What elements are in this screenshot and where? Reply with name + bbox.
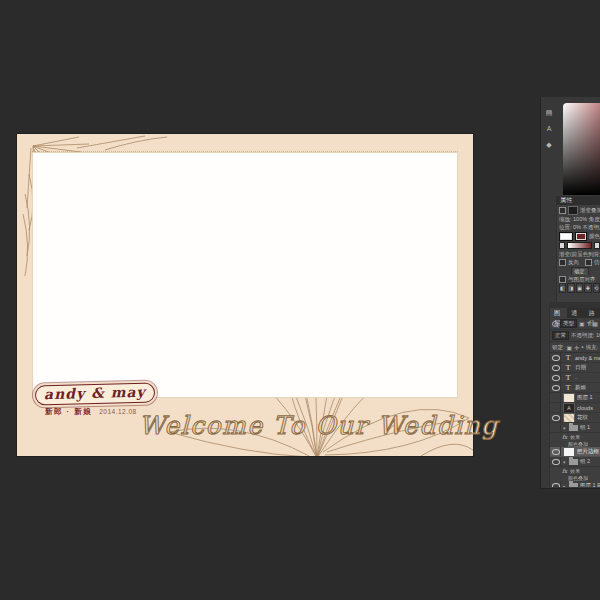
eye-icon — [552, 385, 560, 391]
couple-badge: andy & may — [35, 382, 155, 405]
fill-label[interactable]: 填充: 100% — [585, 344, 600, 351]
align-checkbox[interactable] — [559, 276, 566, 283]
properties-panel: 属性 渐变叠加 缩放: 100% 角度: 90° 位置: 0% 不透明度 颜色 … — [556, 196, 600, 302]
layer-row[interactable]: ▸ 图层 1 副本 — [550, 481, 600, 487]
tab-paths[interactable]: 路径 — [585, 308, 600, 318]
lock-transparent-icon[interactable]: ▣ — [567, 344, 573, 351]
layers-panel-tabs: 图层 通道 路径 — [550, 308, 600, 318]
dither-checkbox[interactable] — [585, 259, 592, 266]
filter-type-dropdown[interactable]: 类型 — [560, 319, 577, 328]
lock-position-icon[interactable]: ✛ — [574, 344, 579, 351]
layer-row[interactable]: ▾ 组 1 — [550, 423, 600, 433]
layer-row[interactable]: T 新娘 — [550, 383, 600, 393]
layer-thumbnail — [563, 393, 575, 403]
layer-name: andy & may — [575, 355, 600, 361]
filter-search-icon — [552, 321, 558, 327]
visibility-toggle[interactable] — [551, 457, 561, 466]
document-canvas[interactable]: andy & may 新郎 · 新娘2014.12.08 Welcome To … — [17, 134, 473, 456]
visibility-toggle[interactable] — [551, 363, 561, 372]
layer-row[interactable]: T · — [550, 373, 600, 383]
lock-label: 锁定: — [552, 344, 565, 351]
brush-panel-icon[interactable]: ◆ — [546, 141, 551, 148]
visibility-toggle[interactable] — [551, 413, 561, 422]
group-folder-icon — [569, 425, 578, 431]
scale-angle-label: 缩放: 100% 角度: 90° — [559, 216, 600, 223]
swatch-label: 颜色 — [589, 233, 600, 240]
layer-row-selected[interactable]: 照片边框 — [550, 447, 600, 457]
layer-name: 日期 — [575, 364, 586, 371]
layer-effect-item-row[interactable]: 颜色叠加 — [550, 440, 600, 447]
gradient-stop-maroon-swatch[interactable] — [575, 232, 587, 241]
eye-icon — [552, 415, 560, 421]
layer-name: 组 1 — [580, 424, 590, 431]
visibility-toggle[interactable] — [551, 423, 561, 432]
photo-placeholder-area[interactable] — [32, 152, 458, 398]
text-layer-icon: T — [563, 354, 573, 362]
visibility-toggle[interactable] — [551, 353, 561, 362]
visibility-toggle[interactable] — [551, 447, 561, 456]
visibility-toggle[interactable] — [551, 393, 561, 402]
gradient-stop-handle-left[interactable] — [559, 242, 565, 249]
expand-arrow-icon[interactable]: ▾ — [563, 459, 567, 465]
wedding-date: 2014.12.08 — [99, 408, 137, 415]
layer-thumbnail: A — [563, 403, 575, 413]
gradient-bar[interactable] — [567, 242, 592, 249]
tab-channels[interactable]: 通道 — [567, 308, 584, 318]
panel-tool-button-5[interactable]: ⟲ — [593, 283, 600, 293]
expand-arrow-icon[interactable]: ▾ — [563, 425, 567, 431]
reverse-checkbox[interactable] — [559, 259, 566, 266]
color-picker-field[interactable] — [563, 103, 600, 195]
gradient-stop-white-swatch[interactable] — [559, 232, 573, 241]
layer-row[interactable]: 花纹 — [550, 413, 600, 423]
layers-panel: 图层 通道 路径 类型 ▣ T ▦ ▤ 正常 不透明度: 100% 锁定: ▣ … — [549, 308, 600, 487]
lock-all-icon[interactable]: ▪ — [581, 344, 583, 350]
layer-row[interactable]: T andy & may — [550, 353, 600, 363]
panel-tool-button-1[interactable]: ◧ — [559, 283, 566, 293]
eye-icon — [552, 459, 560, 465]
layer-effect-item-row[interactable]: 颜色叠加 — [550, 474, 600, 481]
filter-shape-icon[interactable]: ▦ — [592, 320, 598, 327]
layer-row[interactable]: T 日期 — [550, 363, 600, 373]
filter-pixel-icon[interactable]: ▣ — [579, 320, 585, 327]
dither-label: 仿色 — [594, 259, 600, 266]
panel-tool-button-2[interactable]: ◨ — [567, 283, 574, 293]
visibility-toggle[interactable] — [551, 383, 561, 392]
effect-item-label: 颜色叠加 — [568, 475, 588, 481]
overlay-checkbox[interactable] — [559, 207, 566, 214]
layer-name: clouds — [577, 405, 593, 411]
blend-mode-dropdown[interactable]: 正常 — [552, 331, 569, 340]
swatches-panel-icon[interactable]: ▤ — [546, 109, 553, 116]
panel-tool-button-3[interactable]: ▣ — [576, 283, 583, 293]
layer-row[interactable]: 图层 1 — [550, 393, 600, 403]
effects-label: 效果 — [570, 468, 580, 474]
tab-layers[interactable]: 图层 — [550, 308, 567, 318]
opacity-label[interactable]: 不透明度: 100% — [571, 332, 600, 339]
visibility-toggle[interactable] — [551, 403, 561, 412]
headline-text: Welcome To Our Wedding — [139, 411, 499, 440]
expand-arrow-icon[interactable]: ▸ — [563, 483, 567, 488]
text-layer-icon: T — [563, 364, 573, 372]
panel-dock: ▤ A ◆ 属性 渐变叠加 缩放: 100% 角度: 90° 位置: 0% 不透… — [540, 97, 600, 489]
couple-labels: 新郎 · 新娘2014.12.08 — [45, 407, 137, 417]
layer-row[interactable]: A clouds — [550, 403, 600, 413]
character-panel-icon[interactable]: A — [547, 125, 552, 132]
layer-thumbnail — [563, 413, 575, 423]
layer-effects-row[interactable]: fx 效果 — [550, 433, 600, 440]
panel-tool-button-4[interactable]: ✚ — [584, 283, 591, 293]
effects-label: 效果 — [570, 434, 580, 440]
layer-effects-row[interactable]: fx 效果 — [550, 467, 600, 474]
layer-row[interactable]: ▾ 组 2 — [550, 457, 600, 467]
collapsed-panel-strip: ▤ A ◆ — [542, 109, 556, 148]
position-label: 位置: 0% 不透明度 — [559, 224, 600, 231]
gradient-stop-handle-right[interactable] — [594, 242, 600, 249]
properties-panel-title: 属性 — [557, 196, 600, 205]
layer-name: 花纹 — [577, 414, 588, 421]
confirm-button[interactable]: 确定 — [571, 267, 589, 275]
fx-icon: fx — [562, 434, 567, 440]
visibility-toggle[interactable] — [551, 481, 561, 487]
group-folder-icon — [569, 483, 578, 487]
layer-name: 图层 1 副本 — [580, 482, 600, 487]
filter-text-icon[interactable]: T — [587, 321, 591, 327]
couple-text: 新郎 · 新娘 — [45, 407, 92, 416]
visibility-toggle[interactable] — [551, 373, 561, 382]
